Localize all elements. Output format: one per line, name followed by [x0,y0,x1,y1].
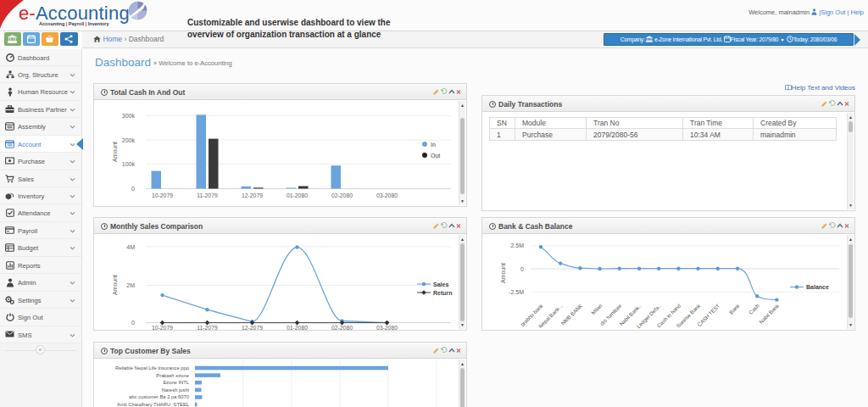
svg-text:Return: Return [433,290,453,296]
svg-text:100k: 100k [122,161,136,167]
svg-text:10-2079: 10-2079 [152,325,173,331]
svg-text:-2.5M: -2.5M [509,289,524,295]
svg-text:2M: 2M [126,282,135,288]
svg-text:Ezone INTL: Ezone INTL [163,380,189,385]
svg-text:Bank: Bank [728,302,742,315]
svg-text:12-2079: 12-2079 [242,325,263,331]
svg-text:Nabil Bank: Nabil Bank [758,302,781,325]
svg-text:Amount: Amount [112,142,118,162]
svg-text:0: 0 [131,320,135,326]
svg-text:200k: 200k [122,137,136,143]
svg-text:Naresh joshi: Naresh joshi [162,387,189,393]
svg-text:Amit Chaudhary THARU -STEEL: Amit Chaudhary THARU -STEEL [117,402,190,407]
svg-text:Amount: Amount [500,263,506,283]
svg-text:03-2080: 03-2080 [376,192,398,198]
svg-text:NMB BANK: NMB BANK [559,302,583,326]
svg-text:10-2079: 10-2079 [152,192,173,198]
svg-text:Cash: Cash [748,302,761,315]
svg-text:02-2080: 02-2080 [331,192,353,198]
svg-text:11-2079: 11-2079 [197,192,218,198]
svg-text:12-2079: 12-2079 [242,192,263,198]
svg-text:Out: Out [431,153,440,159]
svg-text:11-2079: 11-2079 [197,325,218,331]
svg-text:4M: 4M [126,244,135,250]
svg-text:03-2080: 03-2080 [376,325,398,331]
svg-text:Balance: Balance [806,284,829,290]
svg-text:Reliable Nepal Life Insurance: Reliable Nepal Life Insurance ppp [115,365,189,371]
svg-text:2.5M: 2.5M [510,243,524,248]
svg-text:Milan: Milan [590,302,604,315]
svg-text:01-2080: 01-2080 [287,192,308,198]
svg-text:0: 0 [520,266,524,272]
svg-text:abc customer Ba 2 pa 6070: abc customer Ba 2 pa 6070 [129,394,189,399]
svg-text:01-2080: 01-2080 [287,325,308,331]
svg-text:300k: 300k [122,113,136,119]
svg-text:Sales: Sales [433,282,448,287]
svg-text:0: 0 [131,186,135,192]
svg-text:Prakash ezone: Prakash ezone [156,373,189,378]
svg-text:In: In [431,142,436,148]
svg-text:02-2080: 02-2080 [331,325,353,331]
svg-text:Amount: Amount [112,275,118,295]
